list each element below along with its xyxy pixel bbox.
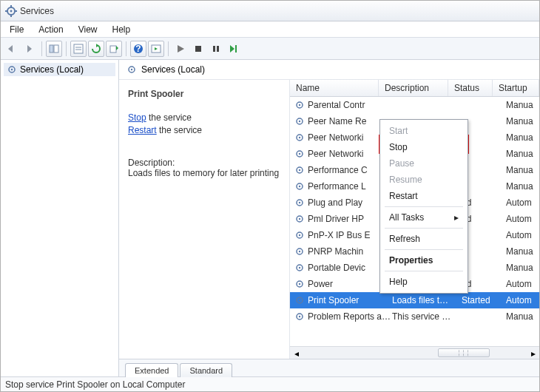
horizontal-scrollbar[interactable]: ◂ ╎╎╎ ▸ [290, 346, 539, 359]
ctx-all-tasks[interactable]: All Tasks▸ [382, 209, 466, 226]
svg-rect-23 [217, 46, 219, 52]
ctx-separator [385, 271, 463, 271]
nav-item-services-local[interactable]: Services (Local) [4, 63, 115, 76]
stop-link[interactable]: Stop [128, 112, 146, 123]
tab-extended[interactable]: Extended [125, 363, 178, 377]
menu-file[interactable]: File [4, 23, 30, 36]
ctx-refresh[interactable]: Refresh [382, 231, 466, 247]
description-pane: Print Spooler Stop the service Restart t… [119, 80, 289, 359]
properties-button[interactable] [70, 41, 87, 57]
cell-name: Parental Contr [308, 100, 392, 110]
pause-service-button[interactable] [208, 41, 224, 57]
gear-icon [294, 132, 305, 143]
cell-startup: Autom [506, 214, 539, 224]
back-button[interactable] [4, 41, 20, 57]
cell-startup: Autom [506, 279, 539, 289]
gear-icon [126, 64, 137, 75]
tab-standard[interactable]: Standard [180, 363, 232, 377]
export-button[interactable] [106, 41, 122, 57]
gear-icon [294, 197, 305, 208]
svg-point-37 [299, 153, 300, 155]
svg-point-55 [299, 300, 300, 301]
gear-icon [294, 311, 305, 322]
titlebar: Services [1, 1, 539, 21]
gear-icon [294, 214, 305, 224]
menu-action[interactable]: Action [33, 23, 69, 36]
ctx-resume: Resume [382, 172, 466, 188]
table-row[interactable]: Print SpoolerLoads files t…StartedAutom [290, 292, 539, 308]
menu-help[interactable]: Help [107, 23, 137, 36]
refresh-button[interactable] [88, 41, 104, 57]
start-service-button[interactable] [172, 41, 189, 57]
cell-status: ed [462, 197, 506, 208]
scroll-right-icon[interactable]: ▸ [527, 347, 539, 359]
svg-point-49 [299, 251, 300, 252]
split-body: Print Spooler Stop the service Restart t… [119, 80, 539, 359]
svg-point-57 [299, 316, 300, 317]
separator [66, 41, 67, 56]
cell-description: Loads files t… [392, 295, 462, 305]
svg-rect-25 [235, 45, 237, 53]
nav-pane: Services (Local) [1, 60, 119, 376]
stop-service-button[interactable] [190, 41, 206, 57]
ctx-help[interactable]: Help [382, 274, 466, 290]
gear-icon [294, 263, 305, 273]
description-label: Description: [128, 158, 280, 168]
cell-description: This service … [392, 311, 462, 322]
restart-link[interactable]: Restart [128, 125, 157, 135]
col-name[interactable]: Name [290, 80, 379, 96]
show-hide-tree-button[interactable] [46, 41, 62, 57]
scrollbar-thumb[interactable]: ╎╎╎ [438, 348, 490, 357]
svg-point-45 [299, 218, 300, 220]
gear-icon [294, 100, 305, 110]
cell-startup: Autom [506, 197, 539, 208]
svg-marker-20 [178, 45, 184, 53]
gear-icon [294, 149, 305, 159]
cell-status: Started [462, 295, 506, 305]
menu-view[interactable]: View [72, 23, 104, 36]
separator [126, 41, 126, 56]
ctx-separator [385, 228, 463, 229]
stop-rest: the service [146, 112, 192, 123]
manage-button[interactable] [148, 41, 164, 57]
svg-point-43 [299, 202, 300, 203]
services-icon [5, 5, 17, 17]
ctx-stop[interactable]: Stop [382, 139, 466, 155]
gear-icon [294, 279, 305, 289]
svg-point-39 [299, 169, 300, 171]
svg-rect-9 [54, 45, 58, 53]
content-heading-text: Services (Local) [141, 64, 205, 75]
gear-icon [294, 165, 305, 175]
ctx-properties[interactable]: Properties [382, 252, 466, 268]
cell-startup: Manua [506, 181, 539, 192]
scroll-left-icon[interactable]: ◂ [290, 347, 303, 359]
svg-point-33 [299, 121, 300, 122]
col-status[interactable]: Status [448, 80, 493, 96]
separator [41, 41, 42, 56]
svg-rect-22 [213, 46, 215, 52]
cell-name: Problem Reports a… [308, 311, 392, 322]
ctx-restart[interactable]: Restart [382, 188, 466, 204]
gear-icon [294, 181, 305, 192]
svg-point-51 [299, 267, 300, 268]
table-row[interactable]: Problem Reports a…This service …Manua [290, 308, 539, 325]
cell-startup: Manua [506, 132, 539, 143]
svg-point-41 [299, 186, 300, 187]
cell-startup: Autom [506, 230, 539, 240]
submenu-arrow-icon: ▸ [454, 212, 459, 223]
restart-rest: the service [157, 125, 202, 135]
col-startup[interactable]: Startup [493, 80, 539, 96]
forward-button[interactable] [21, 41, 38, 57]
restart-service-button[interactable] [226, 41, 242, 57]
svg-marker-15 [116, 46, 118, 50]
nav-item-label: Services (Local) [20, 64, 84, 75]
col-description[interactable]: Description [379, 80, 448, 96]
toolbar: ? [1, 38, 539, 60]
help-button[interactable]: ? [130, 41, 146, 57]
ctx-separator [385, 249, 463, 250]
svg-point-1 [10, 10, 13, 12]
ctx-all-tasks-label: All Tasks [389, 212, 424, 223]
table-row[interactable]: Parental ContrManua [290, 97, 539, 113]
svg-point-35 [299, 137, 300, 138]
svg-point-47 [299, 234, 300, 236]
